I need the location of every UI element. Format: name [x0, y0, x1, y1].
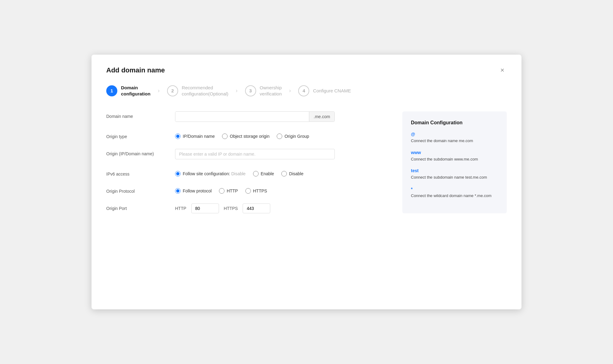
- origin-protocol-radio-group: Follow protocol HTTP HTTPS: [175, 186, 392, 194]
- step-3-circle: 3: [245, 85, 256, 96]
- close-button[interactable]: ×: [498, 66, 507, 75]
- info-item-wildcard: * Connect the wildcard domain name *.me.…: [411, 187, 498, 199]
- protocol-follow-label: Follow protocol: [183, 188, 212, 193]
- step-2-circle: 2: [167, 85, 178, 96]
- add-domain-modal: Add domain name × 1 Domainconfiguration …: [92, 55, 521, 309]
- domain-name-row: Domain name .me.com: [106, 111, 392, 122]
- origin-ip-input[interactable]: [175, 149, 335, 159]
- protocol-http-radio[interactable]: [219, 188, 225, 194]
- protocol-http[interactable]: HTTP: [219, 188, 238, 194]
- step-4: 4 Configure CNAME: [298, 85, 351, 96]
- info-key-test: test: [411, 168, 498, 173]
- origin-ip-row: Origin (IP/Domain name): [106, 149, 392, 159]
- info-item-at: @ Connect the domain name me.com: [411, 132, 498, 144]
- info-desc-test: Connect the subdomain name test.me.com: [411, 174, 498, 180]
- protocol-https[interactable]: HTTPS: [245, 188, 267, 194]
- stepper: 1 Domainconfiguration › 2 Recommendedcon…: [106, 85, 507, 97]
- origin-type-object-radio[interactable]: [222, 134, 228, 139]
- protocol-https-radio[interactable]: [245, 188, 251, 194]
- info-item-test: test Connect the subdomain name test.me.…: [411, 168, 498, 180]
- protocol-http-label: HTTP: [227, 188, 238, 193]
- origin-protocol-control: Follow protocol HTTP HTTPS: [175, 186, 392, 194]
- domain-name-label: Domain name: [106, 111, 168, 119]
- arrow-3: ›: [289, 87, 291, 94]
- origin-type-label: Origin type: [106, 132, 168, 139]
- origin-type-group-radio[interactable]: [277, 134, 282, 139]
- origin-ip-label: Origin (IP/Domain name): [106, 149, 168, 156]
- step-3-label: Ownershipverification: [260, 85, 282, 97]
- ipv6-radio-group: Follow site configuration: Disable Enabl…: [175, 169, 392, 176]
- https-port-label: HTTPS: [224, 206, 238, 211]
- form-section: Domain name .me.com Origin type IP/Domai…: [106, 111, 392, 223]
- domain-input-wrap: .me.com: [175, 111, 335, 122]
- origin-type-object-storage[interactable]: Object storage origin: [222, 134, 269, 139]
- step-4-label: Configure CNAME: [313, 88, 351, 94]
- step-1: 1 Domainconfiguration: [106, 85, 150, 97]
- domain-name-input[interactable]: [175, 112, 309, 122]
- protocol-follow[interactable]: Follow protocol: [175, 188, 212, 194]
- ipv6-follow-label: Follow site configuration: Disable: [183, 171, 246, 176]
- ipv6-disable[interactable]: Disable: [281, 171, 303, 176]
- origin-type-radio-group: IP/Domain name Object storage origin Ori…: [175, 132, 392, 139]
- origin-type-ip-domain[interactable]: IP/Domain name: [175, 134, 215, 139]
- info-desc-www: Connect the subdomain www.me.com: [411, 156, 498, 162]
- domain-suffix: .me.com: [309, 112, 334, 122]
- modal-title: Add domain name: [106, 66, 165, 74]
- protocol-follow-radio[interactable]: [175, 188, 181, 194]
- ipv6-follow-radio[interactable]: [175, 171, 181, 176]
- origin-port-row: Origin Port HTTP HTTPS: [106, 203, 392, 213]
- ipv6-row: IPv6 access Follow site configuration: D…: [106, 169, 392, 176]
- info-key-www: www: [411, 150, 498, 155]
- origin-type-object-label: Object storage origin: [230, 134, 269, 139]
- origin-type-row: Origin type IP/Domain name Object storag…: [106, 132, 392, 139]
- info-panel-title: Domain Configuration: [411, 120, 498, 126]
- ipv6-disable-radio[interactable]: [281, 171, 287, 176]
- ipv6-disable-label: Disable: [289, 171, 303, 176]
- origin-port-label: Origin Port: [106, 203, 168, 211]
- ipv6-enable-label: Enable: [261, 171, 274, 176]
- step-1-circle: 1: [106, 85, 117, 96]
- http-port-input[interactable]: [191, 203, 219, 213]
- origin-type-ip-label: IP/Domain name: [183, 134, 215, 139]
- https-port-input[interactable]: [243, 203, 270, 213]
- arrow-2: ›: [236, 87, 238, 94]
- ipv6-enable[interactable]: Enable: [253, 171, 274, 176]
- origin-protocol-row: Origin Protocol Follow protocol HTTP: [106, 186, 392, 194]
- arrow-1: ›: [158, 87, 160, 94]
- origin-type-control: IP/Domain name Object storage origin Ori…: [175, 132, 392, 139]
- step-2-label: Recommendedconfiguration(Optional): [182, 85, 228, 97]
- origin-type-origin-group[interactable]: Origin Group: [277, 134, 309, 139]
- ipv6-control: Follow site configuration: Disable Enabl…: [175, 169, 392, 176]
- content-area: Domain name .me.com Origin type IP/Domai…: [106, 111, 507, 223]
- step-4-circle: 4: [298, 85, 309, 96]
- ipv6-follow-site[interactable]: Follow site configuration: Disable: [175, 171, 246, 176]
- ipv6-enable-radio[interactable]: [253, 171, 259, 176]
- info-key-wildcard: *: [411, 187, 498, 192]
- origin-port-control: HTTP HTTPS: [175, 203, 392, 213]
- domain-name-control: .me.com: [175, 111, 392, 122]
- origin-protocol-label: Origin Protocol: [106, 186, 168, 194]
- step-2: 2 Recommendedconfiguration(Optional): [167, 85, 228, 97]
- origin-type-group-label: Origin Group: [284, 134, 309, 139]
- http-port-label: HTTP: [175, 206, 186, 211]
- protocol-https-label: HTTPS: [253, 188, 267, 193]
- origin-type-ip-radio[interactable]: [175, 134, 181, 139]
- info-desc-at: Connect the domain name me.com: [411, 138, 498, 144]
- info-key-at: @: [411, 132, 498, 137]
- info-desc-wildcard: Connect the wildcard domain name *.me.co…: [411, 193, 498, 199]
- step-1-label: Domainconfiguration: [121, 85, 150, 97]
- info-panel: Domain Configuration @ Connect the domai…: [402, 111, 507, 213]
- ipv6-label: IPv6 access: [106, 169, 168, 176]
- modal-header: Add domain name ×: [106, 66, 507, 75]
- step-3: 3 Ownershipverification: [245, 85, 282, 97]
- port-row: HTTP HTTPS: [175, 203, 392, 213]
- info-item-www: www Connect the subdomain www.me.com: [411, 150, 498, 162]
- origin-ip-control: [175, 149, 392, 159]
